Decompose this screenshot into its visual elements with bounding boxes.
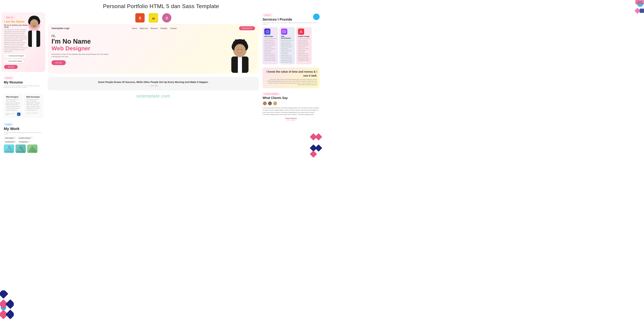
- tab-web-design[interactable]: Web-design14: [4, 136, 16, 139]
- portfolio-thumb-2: [16, 144, 26, 153]
- feature-badge-1: ✓ Amazing web designer: [4, 54, 26, 58]
- resume-icon-1: js: [18, 113, 20, 115]
- download-cv-btn[interactable]: Download CV: [239, 26, 255, 30]
- nav-links: Home About me Resume Portfolio Contact: [132, 27, 176, 29]
- svg-rect-18: [32, 30, 36, 47]
- svg-rect-35: [238, 56, 242, 73]
- testimonial-title: What Clients Say: [262, 96, 320, 100]
- testimonial-avatars: [262, 101, 320, 106]
- middle-column: 5 JS S Setemplate Logo Home About me Res…: [46, 11, 260, 160]
- hero-card: About me I am No Name Do try to achieve …: [1, 12, 45, 72]
- avatar-3: [273, 101, 277, 106]
- nav-portfolio[interactable]: Portfolio: [160, 27, 167, 29]
- services-left-subtitle: Lorem Ipsum Dolor Sit Amet Consectetur A…: [4, 85, 43, 88]
- site-url: setemplate.com: [136, 94, 170, 98]
- banner-person-svg: [221, 32, 259, 73]
- nav-home[interactable]: Home: [132, 27, 137, 29]
- svg-point-51: [300, 31, 302, 32]
- sc-desc-2: Lorem Ipsum Dolor Sit Amet Consectetur A…: [281, 40, 293, 63]
- portfolio-thumb-3: [27, 144, 38, 153]
- blue-circle-deco: [313, 14, 320, 20]
- navbar: Setemplate Logo Home About me Resume Por…: [48, 24, 259, 32]
- sc-title-3: Graphic Design: [298, 36, 310, 37]
- testimonial-role: Web Designer: [262, 119, 320, 121]
- svg-rect-55: [315, 144, 322, 152]
- svg-text:S: S: [166, 16, 168, 20]
- svg-text:5: 5: [139, 16, 141, 20]
- service-card-graphic: Graphic Design Lorem Ipsum Dolor Sit Ame…: [296, 27, 312, 64]
- right-bottom-deco: [310, 134, 322, 158]
- resume-card-2-date: Apr 2018 – Mar 2019: [26, 112, 41, 114]
- portfolio-badge: Portfolio: [4, 123, 13, 126]
- graphic-design-icon: [298, 28, 304, 35]
- tab-graphics-design[interactable]: Graphics-design21: [18, 136, 33, 139]
- site-footer: setemplate.com: [48, 90, 259, 100]
- services-right-subtitle: Lorem Ipsum Dolor Sit Amet Consectetur A…: [262, 22, 320, 25]
- hero-subtitle: Must Explain To How All This Mistaken Id…: [52, 53, 110, 58]
- testimonial-badge: Customer feedback: [262, 92, 280, 95]
- services-right: Services Services I Provide Lorem Ipsum …: [260, 11, 322, 66]
- svg-rect-19: [33, 30, 34, 47]
- hero-content: Hi, I'm No Name Web Designer Must Explai…: [48, 32, 221, 74]
- js-icon: JS: [149, 13, 158, 22]
- avatar-1: [262, 101, 267, 106]
- tab-photography[interactable]: Photography11: [18, 140, 31, 143]
- services-right-badge: Services: [262, 14, 272, 16]
- hire-me-btn[interactable]: Hire Me: [52, 60, 66, 65]
- testimonial-author: Karim Hamsin: [262, 118, 320, 119]
- sc-desc-1: Lorem Ipsum Dolor Sit Amet Consectetur A…: [264, 38, 276, 61]
- avatar-2: [268, 101, 272, 106]
- svg-marker-26: [28, 145, 36, 152]
- svg-text:JS: JS: [152, 17, 155, 20]
- svg-point-16: [30, 19, 38, 28]
- service-cards: Web Design Lorem Ipsum Dolor Sit Amet Co…: [262, 27, 320, 64]
- service-card-web-design: Web Design Lorem Ipsum Dolor Sit Amet Co…: [262, 27, 278, 64]
- testimonial-section: Customer feedback What Clients Say Lorem…: [260, 90, 322, 122]
- hire-btn-left[interactable]: Hire Me: [4, 65, 18, 69]
- nav-about[interactable]: About me: [140, 27, 148, 29]
- services-left: Services My Resume Lorem Ipsum Dolor Sit…: [1, 74, 45, 92]
- hero-title: Web Designer: [52, 45, 217, 52]
- resume-card-2-title: Web Developer: [26, 96, 41, 98]
- sc-title-2: Web Development: [281, 36, 293, 39]
- hero-name-main: I'm No Name: [52, 38, 217, 45]
- check-icon-2: ✓: [6, 60, 8, 62]
- svg-point-49: [284, 31, 285, 32]
- service-card-web-dev: Web Development Lorem Ipsum Dolor Sit Am…: [280, 27, 295, 64]
- feature-badge-2: ✓ Pixel perfect design: [4, 59, 24, 63]
- resume-card-1: Web Designer Lorem Ipsum Dolor Sit Amet,…: [4, 94, 23, 118]
- success-quote-author: — John Mike: [53, 85, 254, 87]
- nav-resume[interactable]: Resume: [150, 27, 158, 29]
- resume-card-2: Web Developer Lorem Ipsum Dolor Sit Amet…: [24, 94, 43, 118]
- qvs-text: I know the value of time and money & i u…: [265, 70, 317, 78]
- left-bottom-deco: [0, 155, 46, 160]
- svg-rect-52: [310, 134, 317, 140]
- sc-title-1: Web Design: [264, 36, 276, 37]
- success-quote-text: Some People Dream Of Success, While Othe…: [53, 81, 254, 84]
- tab-development[interactable]: Development8: [4, 140, 17, 143]
- success-quote: Some People Dream Of Success, While Othe…: [48, 77, 259, 90]
- svg-rect-54: [310, 144, 317, 152]
- portfolio-thumbs: [4, 144, 43, 153]
- resume-cards: Web Designer Lorem Ipsum Dolor Sit Amet,…: [4, 94, 43, 118]
- svg-text:js: js: [18, 114, 19, 115]
- svg-rect-56: [310, 150, 317, 158]
- nav-contact[interactable]: Contact: [170, 27, 176, 29]
- portfolio-tabs: Web-design14 Graphics-design21 Developme…: [4, 136, 43, 143]
- services-left-title: My Resume: [4, 80, 43, 84]
- left-column: About me I am No Name Do try to achieve …: [0, 11, 46, 160]
- html5-icon: 5: [135, 13, 144, 22]
- services-left-badge: Services: [4, 76, 14, 79]
- testimonial-text: Lorem Ipsum Dolor Sit Amet, Consectetur …: [262, 107, 320, 116]
- web-dev-icon: [281, 28, 287, 35]
- page-title: Personal Portfolio HTML 5 dan Sass Templ…: [0, 0, 322, 11]
- navbar-logo: Setemplate Logo: [52, 27, 70, 30]
- resume-section: Web Designer Lorem Ipsum Dolor Sit Amet,…: [1, 92, 45, 120]
- check-icon-1: ✓: [6, 55, 8, 57]
- hero-person-svg: [23, 12, 45, 47]
- hero-banner: Setemplate Logo Home About me Resume Por…: [48, 24, 259, 74]
- portfolio-thumb-1: [4, 144, 14, 153]
- web-design-icon: [264, 28, 270, 35]
- portfolio-section: Portfolio My Work Sit Amet Consectetur A…: [1, 121, 45, 155]
- resume-card-1-date: Apr 2013 – Mar 2014: [6, 113, 17, 116]
